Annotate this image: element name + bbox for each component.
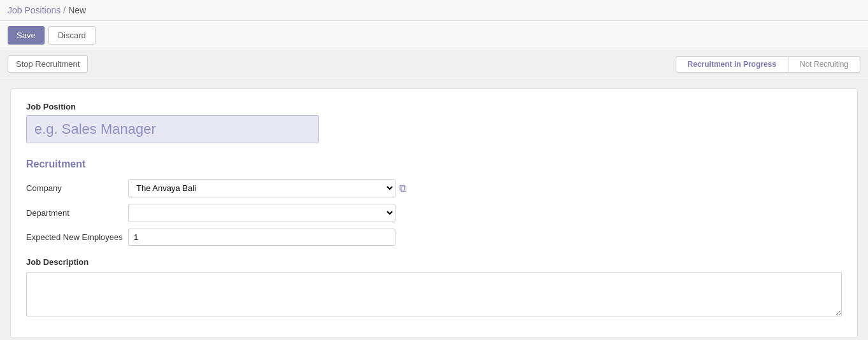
company-row: Company The Anvaya Bali ⧉ (26, 179, 842, 197)
breadcrumb-bar: Job Positions / New (0, 0, 868, 21)
job-position-label: Job Position (26, 102, 842, 111)
stop-recruitment-button[interactable]: Stop Recruitment (8, 55, 88, 73)
company-external-link-icon[interactable]: ⧉ (399, 183, 406, 194)
breadcrumb-current: New (68, 5, 86, 15)
job-position-input[interactable] (26, 115, 319, 143)
breadcrumb-separator: / (63, 5, 66, 15)
department-select[interactable] (128, 204, 395, 222)
job-description-textarea[interactable] (26, 272, 842, 316)
breadcrumb-parent[interactable]: Job Positions (8, 5, 60, 15)
main-content: Job Position Recruitment Company The Anv… (0, 78, 868, 340)
action-bar: Save Discard (0, 21, 868, 50)
expected-employees-label: Expected New Employees (26, 232, 128, 242)
expected-employees-row: Expected New Employees (26, 229, 842, 246)
department-label: Department (26, 208, 128, 218)
company-input-group: The Anvaya Bali ⧉ (128, 179, 406, 197)
status-stages: Recruitment in Progress Not Recruiting (676, 56, 860, 73)
discard-button[interactable]: Discard (48, 26, 96, 45)
company-select[interactable]: The Anvaya Bali (128, 179, 395, 197)
job-description-label: Job Description (26, 257, 842, 267)
company-label: Company (26, 183, 128, 193)
expected-employees-input-group (128, 229, 395, 246)
expected-employees-input[interactable] (128, 229, 395, 246)
stage-not-recruiting[interactable]: Not Recruiting (788, 56, 860, 73)
status-bar: Stop Recruitment Recruitment in Progress… (0, 50, 868, 78)
department-input-group (128, 204, 395, 222)
save-button[interactable]: Save (8, 26, 45, 45)
department-row: Department (26, 204, 842, 222)
stage-in-progress[interactable]: Recruitment in Progress (676, 56, 788, 73)
form-card: Job Position Recruitment Company The Anv… (10, 89, 858, 338)
recruitment-section-title: Recruitment (26, 159, 842, 170)
